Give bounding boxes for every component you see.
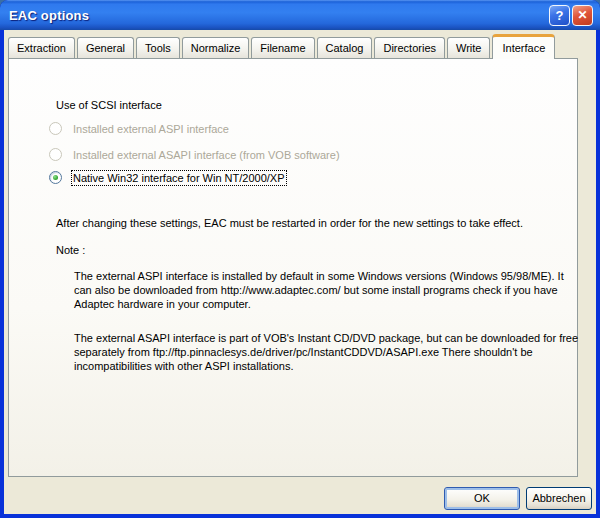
title-bar[interactable]: EAC options ? ✕ [0,0,600,30]
help-icon[interactable]: ? [549,5,570,26]
tab-normalize[interactable]: Normalize [182,37,250,58]
tab-strip: Extraction General Tools Normalize Filen… [8,33,557,58]
radio-row-asapi: Installed external ASAPI interface (from… [49,148,340,161]
tab-directories[interactable]: Directories [374,37,445,58]
interface-tab-panel: Use of SCSI interface Installed external… [8,58,578,477]
radio-label-asapi: Installed external ASAPI interface (from… [73,149,340,161]
radio-row-aspi: Installed external ASPI interface [49,122,229,135]
radio-button-asapi [49,148,62,161]
close-icon[interactable]: ✕ [572,5,593,26]
titlebar-buttons: ? ✕ [549,5,593,26]
tab-general[interactable]: General [77,37,134,58]
tab-catalog[interactable]: Catalog [317,37,373,58]
cancel-button[interactable]: Abbrechen [526,487,592,510]
note-label: Note : [56,244,85,256]
radio-label-native-win32[interactable]: Native Win32 interface for Win NT/2000/X… [73,172,285,184]
radio-button-native-win32[interactable] [49,171,62,184]
tab-tools[interactable]: Tools [136,37,180,58]
tab-write[interactable]: Write [447,37,490,58]
restart-note: After changing these settings, EAC must … [56,216,566,230]
scsi-group-label: Use of SCSI interface [56,99,162,111]
radio-label-aspi: Installed external ASPI interface [73,123,229,135]
window-title: EAC options [0,8,89,23]
note-paragraph-aspi: The external ASPI interface is installed… [74,269,579,311]
tab-filename[interactable]: Filename [251,37,314,58]
ok-button[interactable]: OK [444,487,520,510]
note-paragraph-asapi: The external ASAPI interface is part of … [74,331,579,373]
tab-extraction[interactable]: Extraction [8,37,75,58]
tab-interface[interactable]: Interface [492,34,555,59]
radio-row-native-win32[interactable]: Native Win32 interface for Win NT/2000/X… [49,171,285,184]
dialog-client-area: Extraction General Tools Normalize Filen… [4,30,596,514]
eac-options-dialog: EAC options ? ✕ Extraction General Tools… [0,0,600,518]
radio-button-aspi [49,122,62,135]
